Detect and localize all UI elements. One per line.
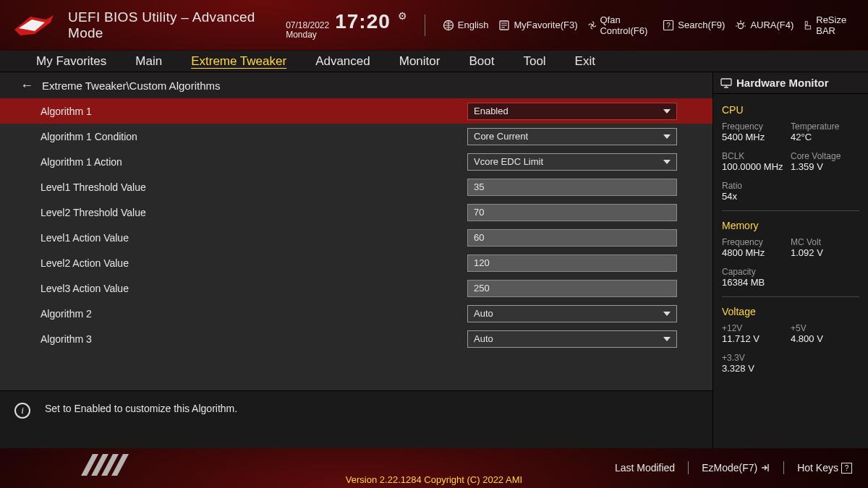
setting-input[interactable]: 60	[467, 229, 677, 247]
help-text: Set to Enabled to customize this Algorit…	[45, 403, 237, 414]
cpu-freq-value: 5400 MHz	[722, 132, 791, 142]
setting-label: Algorithm 1 Action	[41, 156, 467, 168]
favorite-icon	[498, 20, 510, 31]
chevron-down-icon	[663, 160, 671, 164]
mem-cap-label: Capacity	[722, 267, 859, 277]
header-time: 17:20	[335, 10, 391, 33]
tab-monitor[interactable]: Monitor	[399, 54, 441, 69]
setting-input[interactable]: 70	[467, 204, 677, 221]
footer-decoration	[87, 454, 123, 476]
aura-button[interactable]: AURA(F4)	[735, 20, 793, 31]
footer-bar: Last Modified EzMode(F7) Hot Keys ? Vers…	[0, 448, 868, 488]
chevron-down-icon	[663, 337, 671, 341]
v5-label: +5V	[791, 323, 859, 333]
header-bar: UEFI BIOS Utility – Advanced Mode 07/18/…	[0, 0, 868, 51]
aura-icon	[735, 20, 746, 31]
v33-label: +3.3V	[722, 353, 859, 363]
mem-mcv-value: 1.092 V	[791, 247, 859, 258]
setting-row[interactable]: Level2 Threshold Value70	[0, 200, 712, 225]
tab-tool[interactable]: Tool	[523, 54, 545, 69]
setting-row[interactable]: Algorithm 1 ActionVcore EDC Limit	[0, 149, 712, 174]
tab-boot[interactable]: Boot	[469, 54, 494, 69]
settings-gear-icon[interactable]: ⚙	[398, 10, 407, 22]
version-text: Version 2.22.1284 Copyright (C) 2022 AMI	[0, 474, 868, 488]
app-title: UEFI BIOS Utility – Advanced Mode	[68, 9, 276, 41]
setting-dropdown[interactable]: Core Current	[467, 128, 677, 145]
main-panel: ← Extreme Tweaker\Custom Algorithms Algo…	[0, 72, 713, 448]
header-toolbar: English MyFavorite(F3) Qfan Control(F6) …	[443, 14, 855, 36]
setting-dropdown[interactable]: Vcore EDC Limit	[467, 153, 677, 171]
setting-row[interactable]: Level3 Action Value250	[0, 275, 712, 301]
setting-dropdown[interactable]: Auto	[467, 330, 677, 348]
setting-input[interactable]: 35	[467, 179, 677, 196]
tab-extreme-tweaker[interactable]: Extreme Tweaker	[191, 54, 286, 69]
setting-row[interactable]: Algorithm 2Auto	[0, 301, 712, 326]
info-icon: i	[14, 403, 30, 419]
tab-my-favorites[interactable]: My Favorites	[36, 54, 106, 69]
setting-input[interactable]: 120	[467, 254, 677, 272]
chevron-down-icon	[663, 134, 671, 139]
tab-main[interactable]: Main	[135, 54, 162, 69]
mem-mcv-label: MC Volt	[791, 237, 859, 247]
setting-label: Algorithm 1	[41, 106, 467, 117]
setting-row[interactable]: Level1 Threshold Value35	[0, 174, 712, 200]
last-modified-button[interactable]: Last Modified	[615, 462, 675, 474]
v12-value: 11.712 V	[722, 333, 791, 344]
resizebar-button[interactable]: ReSize BAR	[804, 14, 855, 36]
globe-icon	[443, 20, 454, 31]
cpu-ratio-value: 54x	[722, 191, 859, 202]
hotkeys-icon: ?	[841, 463, 852, 474]
hardware-monitor-title: Hardware Monitor	[713, 72, 868, 94]
setting-input[interactable]: 250	[467, 280, 677, 297]
mem-freq-label: Frequency	[722, 237, 791, 247]
cpu-temp-value: 42°C	[791, 132, 859, 142]
v33-value: 3.328 V	[722, 363, 859, 374]
myfavorite-button[interactable]: MyFavorite(F3)	[498, 20, 577, 31]
cpu-bclk-value: 100.0000 MHz	[722, 161, 791, 172]
header-day: Monday	[286, 30, 329, 40]
tab-advanced[interactable]: Advanced	[315, 54, 370, 69]
search-icon: ?	[663, 20, 674, 31]
ezmode-button[interactable]: EzMode(F7)	[702, 462, 770, 474]
setting-dropdown[interactable]: Enabled	[467, 103, 677, 120]
hotkeys-button[interactable]: Hot Keys ?	[797, 462, 852, 474]
mem-cap-value: 16384 MB	[722, 277, 859, 288]
fan-icon	[588, 20, 597, 31]
cpu-ratio-label: Ratio	[722, 181, 859, 191]
setting-value: Core Current	[474, 131, 528, 142]
cpu-temp-label: Temperature	[791, 121, 859, 132]
setting-row[interactable]: Algorithm 1Enabled	[0, 98, 712, 124]
cpu-freq-label: Frequency	[722, 121, 791, 132]
setting-label: Algorithm 1 Condition	[41, 131, 467, 142]
svg-point-5	[739, 23, 744, 28]
setting-label: Level2 Threshold Value	[41, 207, 467, 218]
v5-value: 4.800 V	[791, 333, 859, 344]
setting-row[interactable]: Algorithm 3Auto	[0, 326, 712, 351]
setting-row[interactable]: Algorithm 1 ConditionCore Current	[0, 124, 712, 149]
resizebar-label: ReSize BAR	[816, 14, 855, 36]
svg-rect-8	[721, 79, 731, 85]
setting-dropdown[interactable]: Auto	[467, 305, 677, 322]
tab-exit[interactable]: Exit	[575, 54, 595, 69]
chevron-down-icon	[663, 109, 671, 114]
language-button[interactable]: English	[443, 20, 489, 31]
setting-label: Level1 Action Value	[41, 232, 467, 244]
hardware-monitor-panel: Hardware Monitor CPU Frequency5400 MHz T…	[713, 72, 868, 448]
help-bar: i Set to Enabled to customize this Algor…	[0, 390, 712, 448]
settings-rows: Algorithm 1EnabledAlgorithm 1 ConditionC…	[0, 98, 712, 390]
monitor-icon	[720, 78, 732, 88]
setting-value: Vcore EDC Limit	[474, 156, 543, 167]
setting-row[interactable]: Level2 Action Value120	[0, 250, 712, 275]
setting-label: Level1 Threshold Value	[41, 181, 467, 193]
search-button[interactable]: ? Search(F9)	[663, 20, 725, 31]
setting-label: Level3 Action Value	[41, 283, 467, 294]
cpu-bclk-label: BCLK	[722, 151, 791, 161]
setting-row[interactable]: Level1 Action Value60	[0, 225, 712, 250]
rog-logo-icon	[13, 12, 55, 38]
qfan-button[interactable]: Qfan Control(F6)	[588, 14, 653, 36]
qfan-label: Qfan Control(F6)	[600, 14, 652, 36]
setting-label: Level2 Action Value	[41, 257, 467, 269]
breadcrumb-text: Extreme Tweaker\Custom Algorithms	[42, 80, 220, 92]
back-arrow-icon[interactable]: ←	[20, 78, 33, 93]
setting-value: Auto	[474, 308, 493, 319]
